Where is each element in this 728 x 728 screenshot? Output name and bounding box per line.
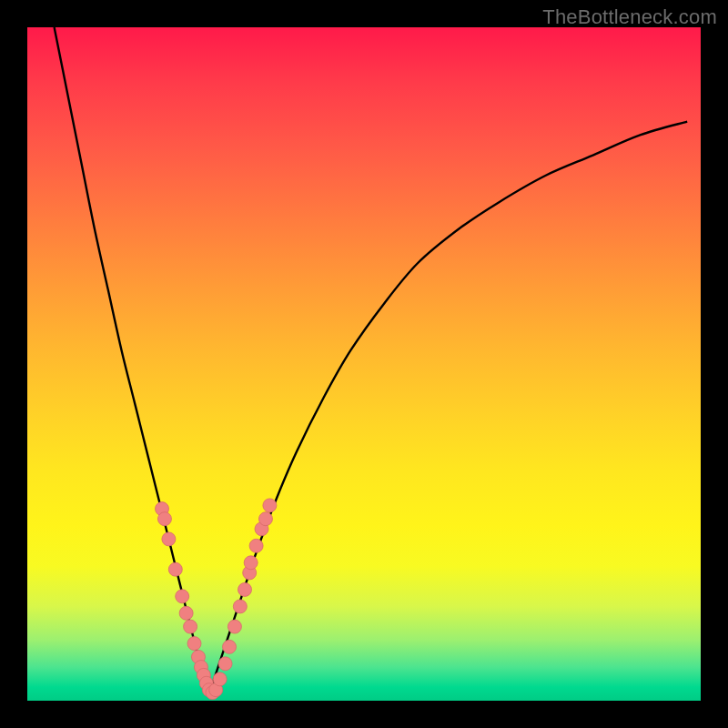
outer-frame: TheBottleneck.com (0, 0, 728, 728)
watermark-text: TheBottleneck.com (542, 5, 717, 29)
data-point (258, 512, 272, 526)
plot-area (27, 27, 701, 701)
data-point (157, 512, 171, 526)
right-branch-curve (209, 122, 687, 694)
marker-layer (156, 499, 277, 700)
data-point (218, 657, 232, 671)
data-point (263, 499, 277, 512)
data-point (162, 532, 176, 546)
data-point (168, 562, 182, 576)
data-point (228, 620, 241, 633)
data-point (233, 600, 247, 613)
data-point (244, 556, 258, 570)
data-point (184, 620, 197, 633)
data-point (213, 672, 227, 686)
chart-svg (27, 27, 701, 701)
data-point (238, 582, 252, 596)
curve-layer (55, 27, 688, 694)
data-point (176, 590, 189, 603)
data-point (249, 539, 263, 552)
data-point (187, 637, 201, 651)
data-point (179, 606, 193, 620)
data-point (223, 640, 237, 653)
